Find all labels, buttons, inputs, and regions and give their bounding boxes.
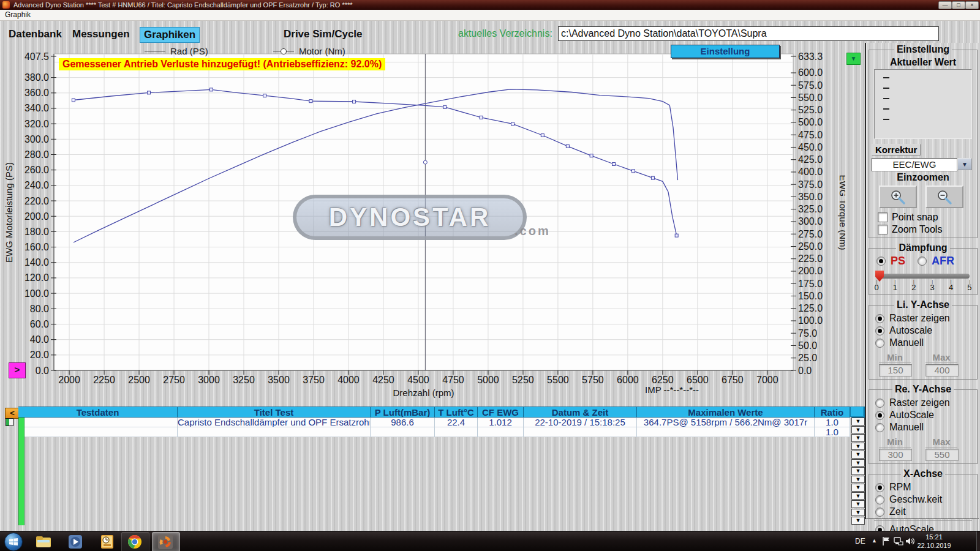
radio-geschw-keit[interactable]: Geschw.keit bbox=[875, 494, 976, 505]
svg-text:75.0: 75.0 bbox=[798, 328, 817, 339]
column-header-cf-ewg[interactable]: CF EWG bbox=[478, 407, 524, 418]
column-header-t-luft-c[interactable]: T Luft°C bbox=[435, 407, 478, 418]
radio-manuell[interactable]: Manuell bbox=[875, 337, 976, 348]
row-dropdown-button[interactable]: ▼ bbox=[851, 426, 865, 434]
row-dropdown-button[interactable]: ▼ bbox=[851, 484, 865, 492]
legend-motor-nm: Motor (Nm) bbox=[273, 45, 345, 56]
media-player-icon bbox=[68, 534, 83, 549]
test-table: < TestdatenTitel TestP Luft(mBar)T Luft°… bbox=[0, 407, 870, 527]
drivetrain-loss-warning: Gemessener Antrieb Verluste hinzugefügt!… bbox=[59, 58, 385, 70]
row-dropdown-button[interactable]: ▼ bbox=[851, 443, 865, 451]
tab-graphiken[interactable]: Graphiken bbox=[140, 27, 200, 43]
right-axis-minmax: Min300 Max550 bbox=[879, 437, 976, 461]
cell: 1.0 bbox=[815, 427, 850, 437]
row-dropdown-button[interactable]: ▼ bbox=[851, 434, 865, 442]
row-dropdown-button[interactable]: ▼ bbox=[851, 418, 865, 425]
radio-ps[interactable]: PS bbox=[876, 255, 905, 268]
expand-left-button[interactable]: > bbox=[9, 362, 26, 378]
title-bar: Advanced Dyno Station **** Test # HNMU66… bbox=[0, 0, 980, 10]
radio-autoscale[interactable]: AutoScale bbox=[875, 410, 976, 421]
right-axis-max-input[interactable]: 550 bbox=[925, 449, 959, 461]
tray-up-arrow-icon[interactable]: ▲ bbox=[872, 538, 877, 544]
column-header-p-luft-mbar-[interactable]: P Luft(mBar) bbox=[371, 407, 435, 418]
start-button[interactable] bbox=[4, 533, 23, 551]
green-dropdown-button[interactable]: ▼ bbox=[846, 53, 861, 65]
show-desktop-button[interactable] bbox=[976, 531, 980, 551]
zoom-in-button[interactable] bbox=[879, 186, 917, 208]
table-row[interactable]: 1.0 bbox=[24, 427, 850, 437]
checkbox-point-snap[interactable]: Point snap bbox=[878, 212, 976, 223]
dyno-app-icon[interactable] bbox=[156, 533, 175, 550]
daempfung-slider[interactable] bbox=[876, 274, 970, 279]
action-center-flag-icon[interactable] bbox=[882, 536, 891, 549]
radio-afr[interactable]: AFR bbox=[918, 255, 954, 268]
slider-track[interactable] bbox=[876, 274, 970, 279]
tab-drive-sim[interactable]: Drive Sim/Cycle bbox=[284, 27, 363, 42]
row-dropdown-button[interactable]: ▼ bbox=[851, 500, 865, 508]
checkbox-zoom-tools[interactable]: Zoom Tools bbox=[878, 224, 976, 235]
slider-tick: 2 bbox=[910, 280, 918, 292]
svg-text:225.0: 225.0 bbox=[798, 253, 823, 264]
tray-clock[interactable]: 15:21 22.10.2019 bbox=[914, 533, 954, 550]
column-header-datum-zeit[interactable]: Datum & Zeit bbox=[524, 407, 637, 418]
svg-text:2750: 2750 bbox=[163, 375, 185, 385]
maximize-button[interactable]: □ bbox=[952, 1, 965, 9]
right-axis-min-input[interactable]: 300 bbox=[879, 449, 912, 461]
svg-text:407.5: 407.5 bbox=[24, 51, 49, 62]
row-dropdown-button[interactable]: ▼ bbox=[851, 459, 865, 467]
radio-rpm[interactable]: RPM bbox=[875, 482, 976, 493]
zoom-out-button[interactable] bbox=[925, 186, 963, 208]
column-header-ratio[interactable]: Ratio bbox=[815, 407, 850, 418]
taskbar-media-player-button[interactable] bbox=[66, 533, 85, 550]
network-icon[interactable] bbox=[894, 536, 903, 549]
left-axis-min-input[interactable]: 150 bbox=[879, 364, 912, 377]
tray-language[interactable]: DE bbox=[855, 537, 865, 545]
cell bbox=[178, 427, 371, 437]
cell bbox=[478, 427, 524, 437]
korrektur-dropdown[interactable]: EEC/EWG ▼ bbox=[872, 158, 974, 171]
cell: Capristo Endschalldämpfer und OPF Ersatz… bbox=[178, 418, 371, 427]
taskbar-scheduler-button[interactable] bbox=[98, 533, 116, 550]
row-dropdown-button[interactable]: ▼ bbox=[851, 467, 865, 475]
current-value-dash bbox=[883, 108, 889, 110]
row-dropdown-button[interactable]: ▼ bbox=[851, 517, 865, 525]
settings-panel: Einstellung Aktueller Wert Korrektur EEC… bbox=[865, 43, 979, 519]
minimize-button[interactable]: — bbox=[938, 1, 952, 9]
tab-datenbank[interactable]: Datenbank bbox=[9, 27, 62, 42]
menu-item-graphik[interactable]: Graphik bbox=[5, 10, 31, 19]
cell: 22.4 bbox=[435, 418, 478, 427]
close-button[interactable]: × bbox=[965, 1, 979, 9]
radio-raster-zeigen[interactable]: Raster zeigen bbox=[875, 397, 976, 408]
svg-text:4750: 4750 bbox=[442, 375, 464, 385]
cell: 986.6 bbox=[371, 418, 435, 427]
svg-text:180.0: 180.0 bbox=[24, 227, 49, 237]
column-header-maximalen-werte[interactable]: Maximalen Werte bbox=[637, 407, 815, 418]
svg-text:7000: 7000 bbox=[756, 375, 778, 385]
radio-zeit[interactable]: Zeit bbox=[875, 506, 976, 517]
row-dropdown-button[interactable]: ▼ bbox=[851, 509, 865, 517]
panel-handle[interactable] bbox=[850, 407, 864, 417]
row-dropdown-button[interactable]: ▼ bbox=[851, 492, 865, 500]
column-header-testdaten[interactable]: Testdaten bbox=[18, 407, 178, 418]
svg-text:3250: 3250 bbox=[233, 375, 255, 385]
chevron-down-icon[interactable]: ▼ bbox=[957, 158, 972, 170]
taskbar-explorer-button[interactable] bbox=[34, 533, 53, 550]
tab-messungen[interactable]: Messungen bbox=[72, 27, 130, 42]
radio-manuell[interactable]: Manuell bbox=[875, 422, 976, 433]
radio-raster-zeigen[interactable]: Raster zeigen bbox=[875, 313, 976, 324]
column-header-titel-test[interactable]: Titel Test bbox=[178, 407, 371, 418]
group-right-y-axis: Re. Y-Achse Raster zeigenAutoScaleManuel… bbox=[869, 384, 978, 464]
row-dropdown-button[interactable]: ▼ bbox=[851, 451, 865, 459]
chrome-icon[interactable] bbox=[126, 533, 144, 550]
svg-text:150.0: 150.0 bbox=[798, 291, 823, 301]
svg-text:0.0: 0.0 bbox=[36, 365, 49, 376]
cell bbox=[24, 418, 178, 427]
table-row[interactable]: Capristo Endschalldämpfer und OPF Ersatz… bbox=[24, 418, 850, 427]
radio-autoscale[interactable]: Autoscale bbox=[875, 325, 976, 336]
svg-text:280.0: 280.0 bbox=[24, 149, 49, 160]
directory-path-input[interactable] bbox=[558, 26, 939, 41]
left-axis-max-input[interactable]: 400 bbox=[925, 364, 959, 377]
table-collapse-button[interactable]: < bbox=[5, 408, 20, 419]
row-dropdown-button[interactable]: ▼ bbox=[851, 476, 865, 484]
chart-settings-button[interactable]: Einstellung bbox=[671, 45, 780, 58]
